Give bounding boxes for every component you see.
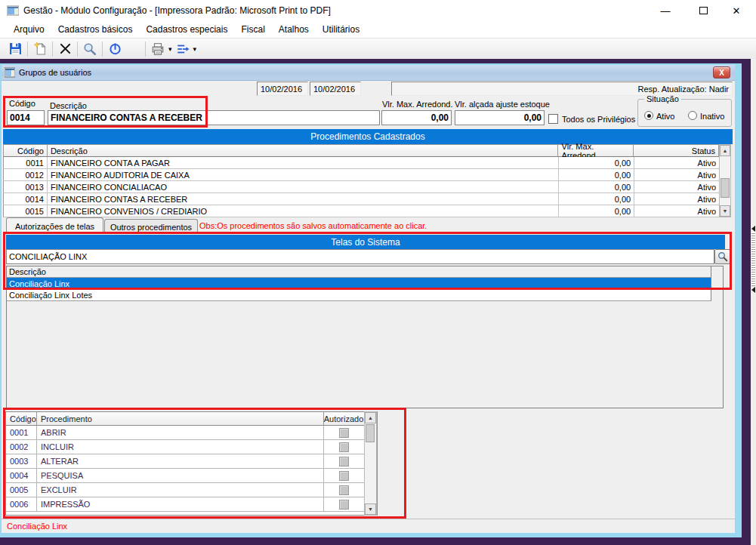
- proc-col-status[interactable]: Status: [634, 145, 718, 156]
- form-icon: [5, 67, 15, 78]
- telas-search-button[interactable]: [714, 249, 730, 264]
- menu-atalhos[interactable]: Atalhos: [272, 22, 316, 38]
- mini-scrollbar[interactable]: [751, 232, 755, 286]
- tab-autorizacoes-de-telas[interactable]: Autorizações de telas: [6, 217, 103, 234]
- cell-procedimento: INCLUIR: [37, 440, 324, 454]
- menu-cadastros-basicos[interactable]: Cadastros básicos: [51, 22, 140, 38]
- close-button[interactable]: ✕: [719, 0, 754, 21]
- proc-col-codigo[interactable]: Código: [4, 145, 48, 156]
- menu-arquivo[interactable]: Arquivo: [7, 22, 51, 38]
- telas-search-input[interactable]: [6, 249, 714, 264]
- resp-atualizacao-text: Resp. Atualização: Nadir: [638, 85, 729, 94]
- auth-col-codigo[interactable]: Código: [6, 412, 37, 425]
- autorizado-checkbox[interactable]: [339, 500, 349, 510]
- date-cadastro-field[interactable]: 10/02/2016: [257, 82, 308, 96]
- descricao-input[interactable]: [48, 110, 380, 125]
- procedimentos-title: Procedimentos Cadastrados: [310, 131, 424, 142]
- autorizado-checkbox[interactable]: [339, 457, 349, 466]
- vlr-max-input[interactable]: [381, 110, 452, 125]
- ativo-label: Ativo: [656, 112, 674, 121]
- tab-label: Outros procedimentos: [110, 223, 192, 232]
- power-icon: [109, 42, 122, 55]
- scrollbar-thumb[interactable]: [721, 178, 730, 198]
- date-atualizacao-value: 10/02/2016: [313, 85, 355, 94]
- vlr-alcada-label: Vlr. alçada ajuste estoque: [455, 100, 550, 109]
- codigo-input[interactable]: [7, 110, 45, 125]
- export-dropdown-caret[interactable]: ▾: [193, 45, 197, 53]
- table-row[interactable]: 0015 FINANCEIRO CONVENIOS / CREDIARIO 0,…: [3, 205, 719, 217]
- cell-codigo: 0002: [6, 440, 37, 454]
- scroll-down-icon[interactable]: ▼: [720, 205, 730, 217]
- autorizado-checkbox[interactable]: [339, 442, 349, 452]
- proc-col-descricao[interactable]: Descrição: [48, 145, 559, 156]
- cell-autorizado: [324, 454, 363, 468]
- scroll-up-icon[interactable]: ▲: [365, 412, 376, 423]
- table-row[interactable]: 0003 ALTERAR: [6, 454, 377, 469]
- search-toolbar-button[interactable]: [81, 40, 99, 58]
- proc-table-scrollbar[interactable]: ▲ ▼: [719, 144, 731, 217]
- todos-privilegios-checkbox[interactable]: [548, 114, 558, 124]
- table-row[interactable]: 0006 IMPRESSÃO: [6, 497, 377, 512]
- magnifier-icon: [717, 251, 728, 262]
- cell-codigo: 0001: [6, 426, 37, 439]
- telas-header-bar: Telas do Sistema: [6, 235, 725, 249]
- cell-procedimento: PESQUISA: [37, 469, 324, 482]
- autorizado-checkbox[interactable]: [339, 428, 349, 438]
- cell-codigo: 0014: [4, 193, 48, 205]
- tab-label: Autorizações de telas: [15, 222, 94, 231]
- table-row[interactable]: 0004 PESQUISA: [6, 469, 377, 483]
- ativo-radio[interactable]: [644, 111, 653, 120]
- scrollbar-thumb[interactable]: [366, 424, 375, 442]
- cell-vlr: 0,00: [559, 205, 634, 217]
- vlr-alcada-input[interactable]: [455, 110, 545, 125]
- print-button[interactable]: [149, 40, 167, 58]
- minimize-button[interactable]: —: [648, 0, 683, 21]
- auth-table-scrollbar[interactable]: ▲ ▼: [364, 411, 377, 516]
- new-button[interactable]: [31, 40, 49, 58]
- toolbar-separator: [145, 42, 146, 57]
- child-title: Grupos de usuários: [19, 68, 91, 77]
- save-button[interactable]: [6, 40, 24, 58]
- mini-scroll-up-arrow-icon[interactable]: [751, 226, 755, 232]
- obs-warning-text: Obs:Os procedimentos são salvos automati…: [199, 221, 427, 230]
- printer-icon: [151, 42, 165, 56]
- auth-table-header: Código Procedimento Autorizado: [6, 412, 377, 426]
- table-row[interactable]: 0013 FINANCEIRO CONCIALIACAO 0,00 Ativo: [3, 181, 719, 193]
- date-atualizacao-field[interactable]: 10/02/2016: [310, 82, 361, 96]
- save-icon: [9, 42, 22, 55]
- maximize-button[interactable]: [686, 0, 721, 21]
- toolbar: ▾ ▾: [0, 38, 756, 59]
- table-row[interactable]: 0001 ABRIR: [6, 426, 377, 440]
- autorizado-checkbox[interactable]: [339, 471, 349, 481]
- scroll-down-icon[interactable]: ▼: [365, 503, 376, 515]
- cell-procedimento: ABRIR: [37, 426, 324, 439]
- print-dropdown-caret[interactable]: ▾: [168, 45, 172, 53]
- cancel-button[interactable]: [56, 40, 74, 58]
- cell-descricao: FINANCEIRO CONTAS A RECEBER: [48, 193, 559, 205]
- tab-outros-procedimentos[interactable]: Outros procedimentos: [104, 219, 198, 234]
- inativo-radio[interactable]: [688, 111, 697, 120]
- auth-col-procedimento[interactable]: Procedimento: [37, 412, 324, 425]
- menu-cadastros-especiais[interactable]: Cadastros especiais: [139, 22, 234, 38]
- right-edge-panel: [751, 59, 756, 545]
- new-document-icon: [34, 42, 47, 55]
- export-button[interactable]: [174, 40, 192, 58]
- cell-procedimento: EXCLUIR: [37, 483, 324, 497]
- table-row[interactable]: 0002 INCLUIR: [6, 440, 377, 454]
- menu-fiscal[interactable]: Fiscal: [234, 22, 271, 38]
- table-row[interactable]: 0005 EXCLUIR: [6, 483, 377, 497]
- child-close-button[interactable]: X: [713, 66, 730, 79]
- menu-utilitarios[interactable]: Utilitários: [316, 22, 366, 38]
- mini-scroll-down-arrow-icon[interactable]: [751, 287, 755, 293]
- list-item-selected[interactable]: Conciliação Linx: [7, 278, 711, 289]
- cell-codigo: 0004: [6, 469, 37, 482]
- scroll-up-icon[interactable]: ▲: [720, 145, 730, 156]
- proc-col-vlr[interactable]: Vlr. Max. Arredond.: [558, 145, 634, 156]
- table-row[interactable]: 0011 FINANCEIRO CONTA A PAGAR 0,00 Ativo: [3, 157, 719, 169]
- list-item[interactable]: Conciliação Linx Lotes: [7, 289, 711, 301]
- table-row[interactable]: 0012 FINANCEIRO AUDITORIA DE CAIXA 0,00 …: [3, 169, 719, 181]
- table-row[interactable]: 0014 FINANCEIRO CONTAS A RECEBER 0,00 At…: [3, 193, 719, 205]
- power-button[interactable]: [106, 40, 124, 58]
- autorizado-checkbox[interactable]: [339, 485, 349, 495]
- auth-col-autorizado[interactable]: Autorizado: [324, 412, 363, 425]
